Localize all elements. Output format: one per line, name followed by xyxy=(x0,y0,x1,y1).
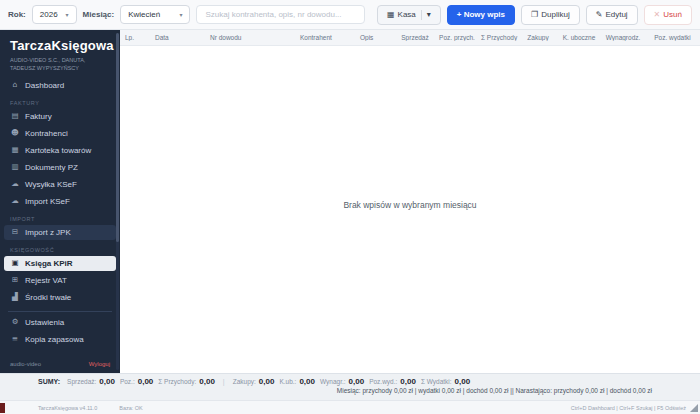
sidebar: TarczaKsięgowa AUDIO-VIDEO S.C., DANUTA,… xyxy=(0,30,120,373)
year-value: 2026 xyxy=(40,10,58,19)
database-status: Baza: OK xyxy=(119,405,143,411)
summary-item: Poz.: 0,00 xyxy=(120,377,153,386)
summary-value: 0,00 xyxy=(400,377,416,386)
resize-grip[interactable] xyxy=(690,404,698,412)
summary-item: Sprzedaż: 0,00 xyxy=(67,377,115,386)
summary-value: 0,00 xyxy=(199,377,215,386)
sidebar-item-label: Import KSeF xyxy=(25,197,70,206)
summary-item: K.ub.: 0,00 xyxy=(279,377,315,386)
sidebar-footer: audio-video Wyloguj xyxy=(0,357,120,373)
app-version: TarczaKsięgowa v4.11.0 xyxy=(38,405,97,411)
sidebar-item-import-z-jpk[interactable]: ⊟ Import z JPK xyxy=(4,225,116,240)
search-input[interactable] xyxy=(196,5,365,24)
cloud-upload-icon: ☁ xyxy=(10,180,20,188)
sidebar-item-faktury[interactable]: ▤ Faktury xyxy=(4,109,116,124)
sidebar-scrollbar-thumb[interactable] xyxy=(116,33,119,242)
duplicate-icon: ❐ xyxy=(531,11,538,19)
column-header-kontrahent: Kontrahent xyxy=(295,34,355,41)
summary-label: Poz.wyd.: xyxy=(369,378,397,385)
logged-in-user: audio-video xyxy=(10,361,41,367)
summary-item: Poz.wyd.: 0,00 xyxy=(369,377,416,386)
sidebar-item-wysylka-ksef[interactable]: ☁ Wysyłka KSeF xyxy=(4,177,116,192)
sidebar-section-ksiegowosc: KSIĘGOWOŚĆ xyxy=(0,241,120,255)
products-icon: ▦ xyxy=(10,146,20,154)
button-divider xyxy=(421,10,422,20)
toolbar: Rok: 2026 ▾ Miesiąc: Kwiecień ▾ ▦ Kasa ▾… xyxy=(0,0,700,30)
sidebar-item-label: Wysyłka KSeF xyxy=(25,180,77,189)
chevron-down-icon: ▾ xyxy=(66,11,69,18)
new-entry-button[interactable]: + Nowy wpis xyxy=(447,5,515,25)
column-header-opis: Opis xyxy=(355,34,395,41)
sidebar-item-label: Dokumenty PZ xyxy=(25,163,78,172)
chart-icon: ▟ xyxy=(10,293,20,301)
summary-title: SUMY: xyxy=(38,378,60,385)
column-header-lp: Lp. xyxy=(120,34,150,41)
month-select[interactable]: Kwiecień ▾ xyxy=(120,5,190,24)
edit-button[interactable]: ✎ Edytuj xyxy=(586,5,638,25)
sidebar-scrollbar-track xyxy=(116,33,119,370)
database-icon: ≡ xyxy=(10,335,20,343)
sidebar-item-srodki-trwale[interactable]: ▟ Środki trwałe xyxy=(4,290,116,305)
sidebar-item-dashboard[interactable]: ⌂ Dashboard xyxy=(4,78,116,93)
duplicate-button[interactable]: ❐ Duplikuj xyxy=(521,5,580,25)
summary-value: 0,00 xyxy=(299,377,315,386)
column-header-nr-dowodu: Nr dowodu xyxy=(205,34,295,41)
sidebar-item-label: Księga KPiR xyxy=(25,259,73,268)
column-header-data: Data xyxy=(150,34,205,41)
app-title: TarczaKsięgowa xyxy=(0,36,120,53)
summary-label: K.ub.: xyxy=(279,378,296,385)
edit-icon: ✎ xyxy=(596,11,603,19)
sidebar-item-import-ksef[interactable]: ☁ Import KSeF xyxy=(4,194,116,209)
summary-item: Σ Wydatki: 0,00 xyxy=(421,377,470,386)
sidebar-divider xyxy=(8,311,112,312)
summary-label: Wynagr.: xyxy=(320,378,346,385)
document-icon: ▥ xyxy=(10,163,20,171)
sidebar-item-kartoteka-towarow[interactable]: ▦ Kartoteka towarów xyxy=(4,143,116,158)
sidebar-item-label: Rejestr VAT xyxy=(25,276,67,285)
book-icon: ▣ xyxy=(10,259,20,267)
summary-item: Wynagr.: 0,00 xyxy=(320,377,364,386)
summary-value: 0,00 xyxy=(455,377,471,386)
table-body: Brak wpisów w wybranym miesiącu xyxy=(120,46,700,373)
summary-bar: SUMY: Sprzedaż: 0,00 Poz.: 0,00 Σ Przych… xyxy=(0,373,700,400)
sidebar-item-rejestr-vat[interactable]: ⊞ Rejestr VAT xyxy=(4,273,116,288)
logout-link[interactable]: Wyloguj xyxy=(89,361,110,367)
sidebar-item-ksiega-kpir[interactable]: ▣ Księga KPiR xyxy=(4,256,116,271)
keyboard-shortcuts: Ctrl+D Dashboard | Ctrl+F Szukaj | F5 Od… xyxy=(571,405,686,411)
chevron-down-icon: ▾ xyxy=(179,11,182,18)
table-header-row: Lp. Data Nr dowodu Kontrahent Opis Sprze… xyxy=(120,30,700,46)
cloud-download-icon: ☁ xyxy=(10,197,20,205)
sidebar-item-label: Kopia zapasowa xyxy=(25,335,84,344)
sidebar-item-label: Środki trwałe xyxy=(25,293,71,302)
summary-value: 0,00 xyxy=(138,377,154,386)
empty-state-message: Brak wpisów w wybranym miesiącu xyxy=(120,200,700,210)
sidebar-item-label: Ustawienia xyxy=(25,318,64,327)
duplicate-label: Duplikuj xyxy=(541,10,569,19)
folder-icon: ⊟ xyxy=(10,228,20,236)
sidebar-item-label: Kontrahenci xyxy=(25,129,68,138)
summary-item: Zakupy: 0,00 xyxy=(233,377,275,386)
gear-icon: ⚙ xyxy=(10,318,20,326)
month-value: Kwiecień xyxy=(128,10,160,19)
calculator-icon: ⊞ xyxy=(10,276,20,284)
sidebar-item-kontrahenci[interactable]: ☻ Kontrahenci xyxy=(4,126,116,141)
column-header-poz-przych: Poz. przych. xyxy=(435,34,479,41)
corner-mark xyxy=(0,403,5,413)
sidebar-item-label: Dashboard xyxy=(25,81,64,90)
sidebar-item-dokumenty-pz[interactable]: ▥ Dokumenty PZ xyxy=(4,160,116,175)
chevron-down-icon: ▾ xyxy=(427,10,431,19)
year-select[interactable]: 2026 ▾ xyxy=(32,5,77,24)
delete-button[interactable]: ✕ Usuń xyxy=(644,5,692,25)
kasa-dropdown-button[interactable]: ▦ Kasa ▾ xyxy=(377,5,441,25)
month-summary-line: Miesiąc: przychody 0,00 zł | wydatki 0,0… xyxy=(38,387,692,394)
column-header-zakupy: Zakupy xyxy=(519,34,557,41)
summary-label: Sprzedaż: xyxy=(67,378,96,385)
delete-icon: ✕ xyxy=(654,11,661,19)
sidebar-item-ustawienia[interactable]: ⚙ Ustawienia xyxy=(4,315,116,330)
year-label: Rok: xyxy=(8,10,26,19)
summary-value: 0,00 xyxy=(349,377,365,386)
sidebar-item-label: Faktury xyxy=(25,112,52,121)
column-header-wynagrodz: Wynagrodz. xyxy=(601,34,645,41)
sidebar-item-kopia-zapasowa[interactable]: ≡ Kopia zapasowa xyxy=(4,332,116,347)
column-header-k-uboczne: K. uboczne xyxy=(557,34,601,41)
